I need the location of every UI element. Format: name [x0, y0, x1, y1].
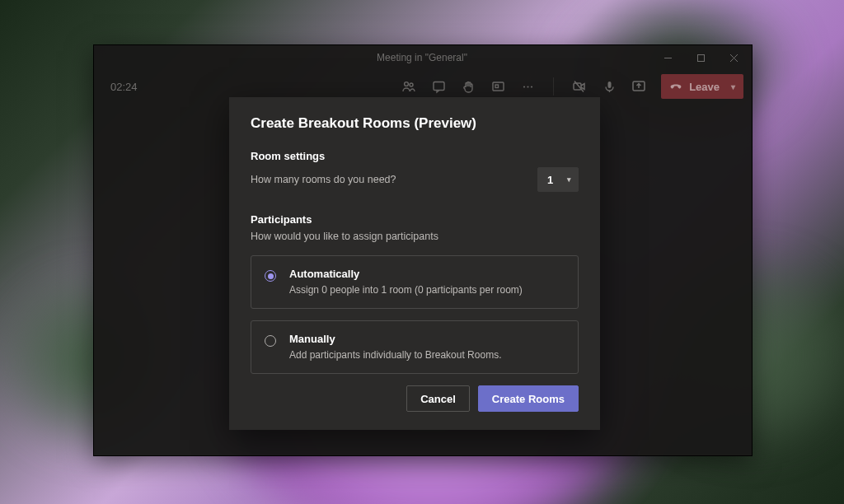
room-count-row: How many rooms do you need? 1 ▾ [251, 167, 579, 192]
leave-button[interactable]: Leave ▾ [661, 74, 743, 99]
svg-rect-1 [697, 54, 704, 61]
radio-selected-icon [265, 270, 276, 282]
radio-unselected-icon [265, 335, 276, 347]
minimize-icon [663, 54, 673, 63]
assign-manually-option[interactable]: Manually Add participants individually t… [251, 320, 579, 374]
svg-point-5 [410, 83, 413, 86]
dialog-footer: Cancel Create Rooms [251, 385, 579, 412]
participants-question: How would you like to assign participant… [251, 231, 579, 242]
cancel-button-label: Cancel [420, 393, 456, 405]
svg-rect-8 [495, 85, 499, 88]
hangup-icon [669, 80, 682, 93]
more-actions-icon[interactable] [520, 79, 535, 94]
microphone-icon[interactable] [602, 79, 617, 94]
camera-off-icon[interactable] [572, 79, 587, 94]
assign-automatically-option[interactable]: Automatically Assign 0 people into 1 roo… [251, 255, 579, 309]
close-button[interactable] [717, 45, 750, 70]
room-settings-heading: Room settings [251, 150, 579, 162]
window-controls [651, 45, 750, 70]
breakout-rooms-icon[interactable] [490, 79, 505, 94]
maximize-button[interactable] [684, 45, 717, 70]
svg-point-9 [523, 86, 525, 87]
svg-rect-14 [607, 82, 611, 88]
maximize-icon [696, 54, 706, 63]
cancel-button[interactable]: Cancel [406, 385, 470, 412]
room-count-dropdown[interactable]: 1 ▾ [537, 167, 579, 192]
call-timer: 02:24 [102, 81, 138, 93]
svg-point-10 [527, 86, 528, 87]
chevron-down-icon: ▾ [567, 175, 571, 184]
room-count-value: 1 [547, 174, 553, 186]
chevron-down-icon: ▾ [731, 82, 735, 91]
svg-point-4 [405, 82, 409, 86]
minimize-button[interactable] [651, 45, 684, 70]
raise-hand-icon[interactable] [461, 79, 476, 94]
option-label: Automatically [289, 268, 523, 280]
toolbar-divider [553, 77, 554, 96]
chat-icon[interactable] [431, 79, 446, 94]
create-rooms-button[interactable]: Create Rooms [478, 385, 579, 412]
create-rooms-button-label: Create Rooms [492, 393, 565, 405]
close-icon [729, 54, 738, 63]
window-title: Meeting in "General" [193, 52, 651, 63]
toolbar-icon-group [401, 77, 646, 96]
option-label: Manually [289, 333, 501, 345]
leave-button-label: Leave [689, 81, 720, 93]
participants-heading: Participants [251, 213, 579, 226]
option-description: Add participants individually to Breakou… [289, 349, 501, 361]
dialog-title: Create Breakout Rooms (Preview) [251, 115, 579, 132]
svg-rect-6 [434, 82, 444, 90]
share-screen-icon[interactable] [631, 79, 646, 94]
create-breakout-rooms-dialog: Create Breakout Rooms (Preview) Room set… [229, 97, 600, 430]
room-count-question: How many rooms do you need? [251, 174, 396, 185]
participants-icon[interactable] [401, 79, 416, 94]
option-description: Assign 0 people into 1 room (0 participa… [289, 284, 523, 296]
titlebar: Meeting in "General" [94, 45, 752, 70]
svg-point-11 [531, 86, 532, 87]
